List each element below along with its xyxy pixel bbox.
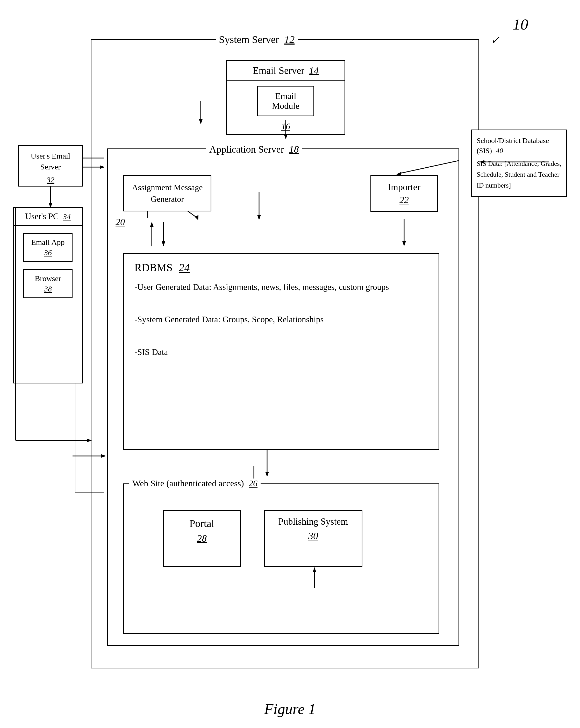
svg-marker-26 bbox=[284, 134, 288, 139]
figure-label: Figure 1 bbox=[264, 700, 316, 718]
email-to-pc-arrow bbox=[45, 186, 56, 209]
svg-marker-28 bbox=[162, 241, 165, 246]
importer-box: Importer 22 bbox=[370, 175, 438, 212]
user-email-to-system-arrow bbox=[83, 162, 106, 172]
svg-marker-36 bbox=[313, 567, 316, 572]
svg-marker-34 bbox=[265, 472, 269, 477]
ref-10-arrow: ✓ bbox=[491, 34, 500, 46]
app-server-box: Application Server 18 Assignment Message… bbox=[107, 149, 459, 646]
app-server-label: Application Server 18 bbox=[206, 144, 302, 155]
amg-box: Assignment Message Generator bbox=[123, 175, 211, 211]
ref-10-label: 10 bbox=[513, 16, 528, 33]
website-box: Web Site (authenticated access) 26 Porta… bbox=[123, 484, 439, 634]
svg-marker-40 bbox=[100, 165, 105, 169]
rdbms-to-amg-arrow bbox=[147, 222, 157, 248]
svg-marker-30 bbox=[150, 222, 154, 227]
email-module-box: Email Module bbox=[257, 86, 314, 116]
rdbms-content: -User Generated Data: Assignments, news,… bbox=[134, 279, 428, 360]
rdbms-to-website-arrow bbox=[261, 450, 273, 478]
portal-box: Portal 28 bbox=[163, 510, 241, 567]
rdbms-title: RDBMS 24 bbox=[134, 261, 428, 274]
email-server-label: Email Server 14 bbox=[227, 61, 345, 81]
svg-marker-45 bbox=[479, 160, 484, 164]
users-email-server-box: User's Email Server 32 bbox=[18, 145, 83, 186]
svg-marker-32 bbox=[402, 241, 406, 246]
school-to-importer-arrow bbox=[479, 155, 552, 168]
rdbms-box: RDBMS 24 -User Generated Data: Assignmen… bbox=[123, 253, 439, 450]
system-server-box: System Server 12 Email Server 14 Email M… bbox=[91, 39, 479, 669]
left-vertical-connector bbox=[10, 207, 96, 466]
importer-down-arrow bbox=[399, 219, 409, 248]
email-to-appserver-arrow bbox=[281, 120, 291, 141]
svg-marker-43 bbox=[87, 439, 92, 442]
system-server-label: System Server 12 bbox=[216, 33, 298, 46]
amg-down-arrow bbox=[158, 222, 169, 248]
website-label: Web Site (authenticated access) 26 bbox=[129, 478, 261, 488]
publishing-up-arrow bbox=[309, 567, 320, 591]
publishing-system-box: Publishing System 30 bbox=[264, 510, 362, 567]
